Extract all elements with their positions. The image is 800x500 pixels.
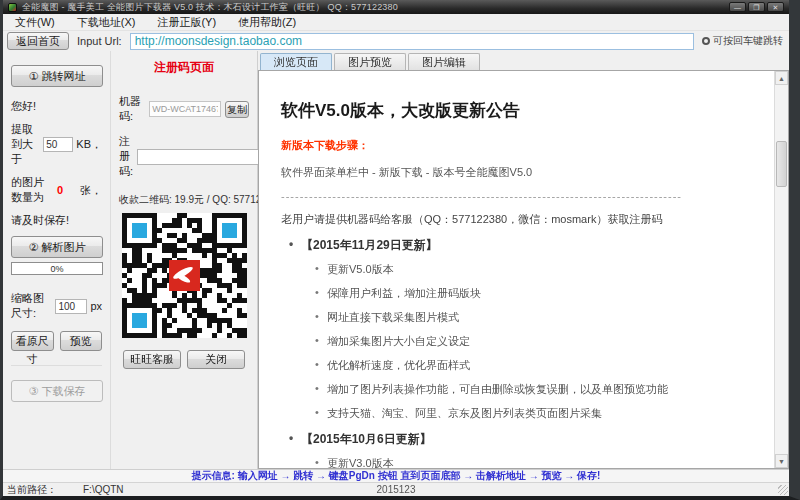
copy-button[interactable]: 复制 bbox=[225, 101, 249, 118]
enter-hint: 可按回车键跳转 bbox=[702, 34, 785, 48]
close-panel-button[interactable]: 关闭 bbox=[187, 350, 245, 369]
tab-bar: 浏览页面图片预览图片编辑 bbox=[258, 51, 789, 70]
extract-size-label: 提取到大于 bbox=[11, 122, 40, 167]
page-title: 软件V5.0版本，大改版更新公告 bbox=[281, 99, 764, 122]
window-title: 全能魔图 - 魔手美工 全能图片下载器 V5.0 技术：木石设计工作室（旺旺） … bbox=[22, 1, 729, 14]
update-item: 更新V5.0版本 bbox=[315, 262, 764, 277]
menu-item[interactable]: 文件(W) bbox=[15, 15, 55, 30]
dashed-divider: ----------------------------------------… bbox=[281, 190, 764, 202]
update-date: 【2015年10月6日更新】 bbox=[289, 431, 764, 448]
min-size-input[interactable] bbox=[43, 137, 73, 152]
register-panel: 注册码页面 机器码: 复制 注册码: 收款二维码: 19.9元 / QQ: 57… bbox=[111, 51, 258, 469]
app-window: 全能魔图 - 魔手美工 全能图片下载器 V5.0 技术：木石设计工作室（旺旺） … bbox=[0, 0, 800, 500]
jump-url-button[interactable]: ① 跳转网址 bbox=[11, 65, 103, 87]
update-item: 保障用户利益，增加注册码版块 bbox=[315, 286, 764, 301]
image-count-value: 0 bbox=[57, 184, 63, 196]
update-item: 支持天猫、淘宝、阿里、京东及图片列表类页面图片采集 bbox=[315, 406, 764, 421]
app-icon bbox=[8, 3, 17, 12]
scrollbar-thumb[interactable] bbox=[776, 141, 787, 187]
update-item: 更新V3.0版本 bbox=[315, 456, 764, 468]
back-home-button[interactable]: 返回首页 bbox=[7, 32, 69, 50]
toolbar: 返回首页 Input Url: 可按回车键跳转 bbox=[3, 31, 789, 51]
payment-qr-code bbox=[122, 213, 247, 338]
content-area: 浏览页面图片预览图片编辑 软件V5.0版本，大改版更新公告 新版本下载步骤： 软… bbox=[258, 51, 789, 469]
count-suffix-label: 张， bbox=[80, 183, 102, 198]
menu-item[interactable]: 使用帮助(Z) bbox=[238, 15, 296, 30]
parse-images-button[interactable]: ② 解析图片 bbox=[11, 236, 103, 258]
browser-page: 软件V5.0版本，大改版更新公告 新版本下载步骤： 软件界面菜单栏中 - 新版下… bbox=[258, 70, 789, 469]
progress-bar: 0% bbox=[11, 262, 103, 275]
register-panel-title: 注册码页面 bbox=[119, 59, 249, 76]
tab-active[interactable]: 浏览页面 bbox=[260, 53, 332, 70]
machine-code-input[interactable] bbox=[149, 101, 221, 117]
close-icon[interactable]: ✕ bbox=[767, 2, 784, 12]
download-steps-title: 新版本下载步骤： bbox=[281, 138, 764, 153]
download-steps-text: 软件界面菜单栏中 - 新版下载 - 版本号全能魔图V5.0 bbox=[281, 165, 764, 180]
update-item: 优化解析速度，优化界面样式 bbox=[315, 358, 764, 373]
payment-info: 收款二维码: 19.9元 / QQ: 577122380 bbox=[119, 193, 249, 207]
scroll-up-icon[interactable]: ▲ bbox=[775, 71, 788, 85]
thumb-size-input[interactable] bbox=[55, 299, 87, 314]
hint-bar: 提示信息: 输入网址 → 跳转 → 键盘PgDn 按钮 直到页面底部 → 击解析… bbox=[3, 469, 789, 482]
scrollbar[interactable]: ▲ ▼ bbox=[774, 71, 788, 468]
gear-icon bbox=[702, 37, 710, 45]
update-item: 增加采集图片大小自定义设定 bbox=[315, 334, 764, 349]
minimize-icon[interactable]: — bbox=[729, 2, 746, 12]
preview-button[interactable]: 预览 bbox=[60, 331, 103, 351]
download-save-button[interactable]: ③ 下载保存 bbox=[11, 380, 103, 402]
sidebar-divider bbox=[11, 365, 102, 366]
update-item: 增加了图片列表操作功能，可自由删除或恢复误删，以及单图预览功能 bbox=[315, 382, 764, 397]
update-item: 网址直接下载采集图片模式 bbox=[315, 310, 764, 325]
resize-grip[interactable] bbox=[778, 485, 788, 495]
scroll-down-icon[interactable]: ▼ bbox=[775, 454, 788, 468]
wangwang-support-button[interactable]: 旺旺客服 bbox=[123, 350, 181, 369]
title-bar: 全能魔图 - 魔手美工 全能图片下载器 V5.0 技术：木石设计工作室（旺旺） … bbox=[3, 0, 789, 14]
updates-list: 【2015年11月29日更新】更新V5.0版本保障用户利益，增加注册码版块网址直… bbox=[281, 237, 764, 468]
count-prefix-label: 的图片数量为 bbox=[11, 175, 54, 205]
status-bar: 2015123 当前路径： F:\QQTN bbox=[3, 482, 789, 496]
status-number: 2015123 bbox=[3, 484, 789, 495]
url-input[interactable] bbox=[130, 33, 694, 50]
register-code-input[interactable] bbox=[137, 149, 275, 165]
menu-item[interactable]: 下载地址(X) bbox=[77, 15, 136, 30]
update-date: 【2015年11月29日更新】 bbox=[289, 237, 764, 254]
thumb-size-label: 缩略图尺寸: bbox=[11, 291, 52, 321]
tab-inactive[interactable]: 图片预览 bbox=[334, 53, 406, 70]
greeting-text: 您好! bbox=[11, 99, 102, 114]
size-unit-label: KB， bbox=[76, 137, 102, 152]
view-original-button[interactable]: 看原尺寸 bbox=[11, 331, 54, 351]
register-code-label: 注册码: bbox=[119, 134, 133, 179]
save-reminder-text: 请及时保存! bbox=[11, 213, 102, 228]
menu-item[interactable]: 注册正版(Y) bbox=[157, 15, 216, 30]
thumb-unit-label: px bbox=[90, 300, 102, 312]
machine-code-label: 机器码: bbox=[119, 94, 145, 124]
old-user-note: 老用户请提供机器码给客服（QQ：577122380，微信：mosmark）获取注… bbox=[281, 212, 764, 227]
maximize-icon[interactable]: ❐ bbox=[748, 2, 765, 12]
sidebar: ① 跳转网址 您好! 提取到大于 KB， 的图片数量为 0 张， 请及时保存! … bbox=[3, 51, 111, 469]
url-label: Input Url: bbox=[77, 35, 122, 47]
tab-inactive[interactable]: 图片编辑 bbox=[408, 53, 480, 70]
menu-bar: 文件(W)下载地址(X)注册正版(Y)使用帮助(Z) bbox=[3, 14, 789, 31]
